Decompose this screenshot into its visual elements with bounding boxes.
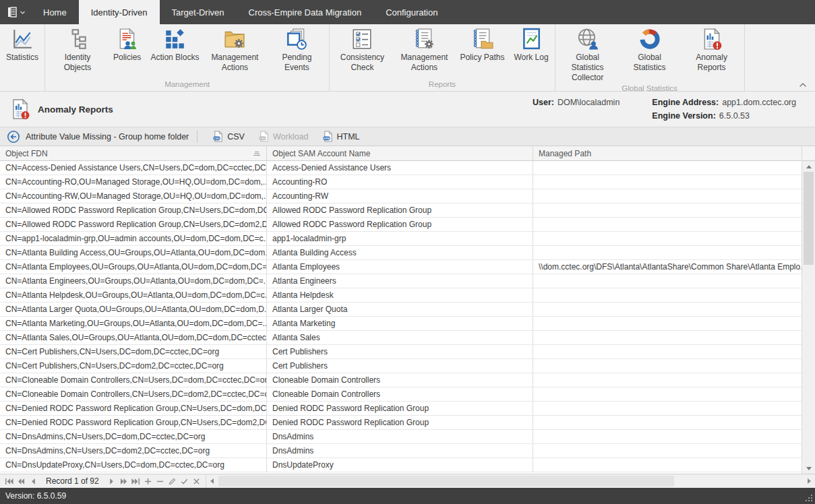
ribbon-button-pending-events[interactable]: Pending Events [266, 28, 328, 73]
next-page-button[interactable] [118, 474, 130, 488]
html-export-button[interactable]: HTMHTML [315, 127, 367, 146]
csv-export-button[interactable]: CSVCSV [206, 127, 251, 146]
table-row[interactable]: CN=Atlanta Marketing,OU=Groups,OU=Atlant… [0, 317, 802, 331]
horizontal-scroll-thumb[interactable] [218, 476, 674, 486]
engine-address-label: Engine Address: [652, 98, 719, 107]
scrollbar-header-patch [802, 146, 815, 161]
column-header-managed-path[interactable]: Managed Path [533, 146, 802, 160]
table-row[interactable]: CN=Cloneable Domain Controllers,CN=Users… [0, 373, 802, 387]
table-row[interactable]: CN=Cert Publishers,CN=Users,DC=dom,DC=cc… [0, 345, 802, 359]
statistics-icon [11, 28, 34, 51]
identity-objects-icon [66, 28, 89, 51]
append-record-button[interactable] [142, 474, 154, 488]
table-cell: CN=DnsAdmins,CN=Users,DC=dom,DC=cctec,DC… [0, 430, 267, 443]
next-record-button[interactable] [106, 474, 118, 488]
first-record-button[interactable] [3, 474, 15, 488]
vertical-scroll-track[interactable] [802, 172, 815, 463]
table-row[interactable]: CN=Allowed RODC Password Replication Gro… [0, 218, 802, 232]
table-row[interactable]: CN=Cloneable Domain Controllers,CN=Users… [0, 387, 802, 402]
table-row[interactable]: CN=DnsAdmins,CN=Users,DC=dom2,DC=cctec,D… [0, 444, 802, 458]
ribbon-button-statistics[interactable]: Statistics [1, 28, 43, 63]
table-cell [533, 232, 802, 245]
ribbon-button-policy-paths[interactable]: Policy Paths [455, 28, 509, 63]
table-cell: Atlanta Helpdesk [267, 288, 533, 302]
table-cell: Accounting-RW [267, 189, 533, 203]
table-cell: CN=Atlanta Larger Quota,OU=Groups,OU=Atl… [0, 303, 267, 316]
ribbon-button-policies[interactable]: Policies [109, 28, 146, 63]
column-header-object-fdn[interactable]: Object FDN [0, 146, 267, 160]
tab-identity-driven[interactable]: Identity-Driven [79, 0, 160, 24]
column-header-object-sam-account-name[interactable]: Object SAM Account Name [267, 146, 533, 160]
table-row[interactable]: CN=Cert Publishers,CN=Users,DC=dom2,DC=c… [0, 359, 802, 373]
svg-text:HTM: HTM [324, 137, 330, 140]
scroll-up-button[interactable] [802, 161, 815, 172]
table-row[interactable]: CN=Denied RODC Password Replication Grou… [0, 402, 802, 416]
table-row[interactable]: CN=Accounting-RO,OU=Managed Storage,OU=H… [0, 175, 802, 189]
table-cell: CN=Access-Denied Assistance Users,CN=Use… [0, 161, 267, 175]
horizontal-scroll-track[interactable] [218, 474, 803, 488]
table-row[interactable]: CN=Atlanta Employees,OU=Groups,OU=Atlant… [0, 260, 802, 274]
ribbon-group-global-statistics: Global Statistics CollectorGlobal Statis… [555, 24, 745, 91]
table-cell: Access-Denied Assistance Users [267, 161, 533, 175]
table-cell: CN=Atlanta Helpdesk,OU=Groups,OU=Atlanta… [0, 288, 267, 302]
tab-cross-empire-data-migration[interactable]: Cross-Empire Data Migration [237, 0, 374, 24]
ribbon-button-anomaly-reports[interactable]: Anomaly Reports [681, 28, 743, 73]
table-row[interactable]: CN=Atlanta Sales,OU=Groups,OU=Atlanta,OU… [0, 331, 802, 345]
ribbon-button-action-blocks[interactable]: Action Blocks [146, 28, 204, 63]
scroll-left-button[interactable] [206, 474, 218, 488]
end-edit-button[interactable] [179, 474, 191, 488]
export-buttons: CSVCSVCSVWorkloadHTMHTML [206, 127, 366, 146]
scroll-down-button[interactable] [802, 463, 815, 474]
report-toolbar: Attribute Value Missing - Group home fol… [0, 127, 815, 146]
table-row[interactable]: CN=DnsUpdateProxy,CN=Users,DC=dom,DC=cct… [0, 458, 802, 472]
triangle-right-icon [808, 478, 811, 484]
table-row[interactable]: CN=Atlanta Building Access,OU=Groups,OU=… [0, 246, 802, 260]
ribbon-button-label: Policies [113, 53, 141, 63]
tab-configuration[interactable]: Configuration [373, 0, 450, 24]
horizontal-scrollbar[interactable] [206, 474, 815, 488]
table-cell: Atlanta Building Access [267, 246, 533, 259]
table-row[interactable]: CN=Atlanta Larger Quota,OU=Groups,OU=Atl… [0, 303, 802, 317]
ribbon-button-work-log[interactable]: Work Log [509, 28, 553, 63]
table-cell: CN=Allowed RODC Password Replication Gro… [0, 218, 267, 231]
ribbon-button-global-statistics[interactable]: Global Statistics [619, 28, 681, 73]
ribbon-group-caption: Management [47, 79, 328, 91]
table-row[interactable]: CN=DnsAdmins,CN=Users,DC=dom,DC=cctec,DC… [0, 430, 802, 444]
resize-grip-icon[interactable] [804, 493, 814, 503]
application-menu-button[interactable] [0, 0, 31, 24]
tab-target-driven[interactable]: Target-Driven [160, 0, 237, 24]
table-cell: app1-localadmin-grp [267, 232, 533, 245]
previous-page-button[interactable] [15, 474, 27, 488]
table-cell [533, 416, 802, 429]
workload-export-button: CSVWorkload [251, 127, 315, 146]
scroll-right-button[interactable] [803, 474, 815, 488]
table-cell: CN=Accounting-RW,OU=Managed Storage,OU=H… [0, 189, 267, 203]
table-row[interactable]: CN=Atlanta Helpdesk,OU=Groups,OU=Atlanta… [0, 288, 802, 303]
previous-record-button[interactable] [27, 474, 39, 488]
table-row[interactable]: CN=app1-localadmin-grp,OU=admin accounts… [0, 232, 802, 246]
collapse-ribbon-icon[interactable] [799, 82, 807, 88]
ribbon-button-global-statistics-collector[interactable]: Global Statistics Collector [557, 28, 619, 83]
table-row[interactable]: CN=Allowed RODC Password Replication Gro… [0, 203, 802, 218]
cancel-edit-button[interactable] [191, 474, 203, 488]
ribbon-button-management-actions[interactable]: Management Actions [393, 28, 455, 73]
delete-record-button[interactable] [154, 474, 167, 488]
table-row[interactable]: CN=Atlanta Engineers,OU=Groups,OU=Atlant… [0, 274, 802, 288]
table-cell [533, 303, 802, 316]
chevron-down-icon [20, 11, 25, 14]
ribbon-button-management-actions[interactable]: Management Actions [204, 28, 266, 73]
vertical-scroll-thumb[interactable] [804, 172, 814, 265]
triangle-left-icon [210, 478, 214, 484]
table-row[interactable]: CN=Access-Denied Assistance Users,CN=Use… [0, 161, 802, 175]
back-button[interactable] [7, 130, 20, 144]
table-row[interactable]: CN=Denied RODC Password Replication Grou… [0, 416, 802, 430]
ribbon-button-identity-objects[interactable]: Identity Objects [47, 28, 109, 73]
last-record-button[interactable] [130, 474, 142, 488]
table-row[interactable]: CN=Accounting-RW,OU=Managed Storage,OU=H… [0, 189, 802, 203]
edit-record-button[interactable] [167, 474, 179, 488]
ribbon-button-label: Action Blocks [150, 53, 199, 63]
ribbon-button-consistency-check[interactable]: Consistency Check [331, 28, 393, 73]
tab-home[interactable]: Home [31, 0, 79, 24]
vertical-scrollbar[interactable] [802, 146, 815, 474]
table-cell [533, 189, 802, 203]
